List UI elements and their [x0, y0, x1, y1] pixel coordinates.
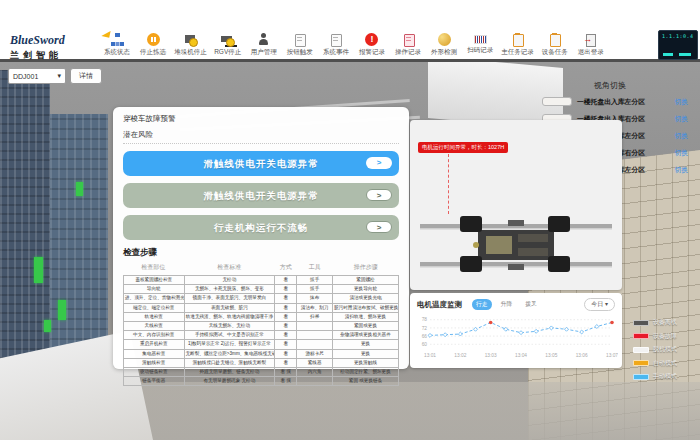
table-cell: 紧固螺栓: [333, 276, 399, 285]
app-root: BlueSword 兰剑智能 系统状态停止拣选堆垛机停止RGV停止用户管理按钮触…: [0, 0, 700, 440]
svg-text:66: 66: [422, 334, 428, 339]
nav-item-label: 退出登录: [578, 48, 604, 57]
risk-banner[interactable]: 滑触线供电开关电源异常>: [123, 151, 399, 176]
switch-view-link[interactable]: 切换: [674, 114, 688, 124]
table-row: 中文、内存识别检查手持模拟测试、中文是否识别正常看杂物清理或更换相关器件: [124, 331, 399, 340]
nav-item-label: 外形检测: [431, 48, 457, 57]
legend-swatch: [633, 333, 649, 339]
table-cell: 看: [275, 276, 297, 285]
barcode-icon: [474, 35, 487, 44]
nav-item-主任务记录[interactable]: 主任务记录: [501, 33, 534, 57]
check-table: 盖板紧固螺栓检查无松动看扳手紧固螺栓导向轮无损坏、卡死无脱落、损坏、变形看扳手更…: [123, 275, 399, 386]
table-cell: 轨道无残渣、损坏、轨道内残留物清理干净: [184, 312, 275, 321]
arrow-right-icon[interactable]: >: [366, 189, 392, 201]
switch-view-link[interactable]: 切换: [674, 97, 688, 107]
table-cell: 更换: [333, 340, 399, 349]
shuttle-model-card[interactable]: 电机运行时间异常，时长：1027H: [410, 120, 622, 290]
nav-item-label: RGV停止: [214, 48, 241, 57]
status-mini-display-bars: [663, 53, 693, 56]
nav-item-退出登录[interactable]: 退出登录: [576, 33, 606, 57]
legend-label: 脱机模式: [653, 345, 677, 354]
table-cell: 更换: [333, 349, 399, 358]
detail-button[interactable]: 详情: [70, 68, 102, 84]
temperature-chart: 7872666013:0113:0213:0313:0413:0513:0613…: [414, 313, 618, 359]
motor-temp-card: 电机温度监测 行走升降拨叉 今日 ▾ 7872666013:0113:0213:…: [410, 293, 622, 368]
chart-tabs: 行走升降拨叉: [472, 299, 541, 310]
legend-item: 自动模式: [633, 359, 693, 368]
range-select[interactable]: 今日 ▾: [584, 298, 615, 311]
table-row: 驱动链条检查外观无明显磨损、链条无松动看 摸内六角松动固定拧紧、损坏更换: [124, 367, 399, 376]
alert-pointer-line: [448, 154, 449, 214]
nav-item-外形检测[interactable]: 外形检测: [429, 33, 459, 57]
table-cell: 天线检查: [124, 321, 185, 330]
table-cell: 看: [275, 294, 297, 303]
table-cell: 脏污时用清洁布擦拭、破损更换: [333, 303, 399, 312]
table-cell: 清洁或更换光电: [333, 294, 399, 303]
arrow-right-icon[interactable]: >: [366, 221, 392, 233]
shuttle-3d-model: [420, 208, 612, 282]
table-cell: 外观无明显磨损、链条无松动: [184, 367, 275, 376]
nav-item-堆垛机停止[interactable]: 堆垛机停止: [174, 33, 207, 57]
table-cell: 看: [275, 303, 297, 312]
table-row: 进、顶升、定位、货物检测光电镜面干净、表面无脏污、无明显发白看抹布清洁或更换光电: [124, 294, 399, 303]
table-cell: 无松动: [184, 276, 275, 285]
svg-text:78: 78: [422, 317, 428, 322]
tab-行走[interactable]: 行走: [472, 299, 492, 310]
status-mini-display: 1.1.1:0.4: [658, 30, 698, 60]
nav-item-报警记录[interactable]: 报警记录: [357, 33, 387, 57]
network-icon: [111, 33, 124, 46]
view-switch-title: 视角切换: [594, 80, 688, 91]
view-switch-row: 一楼托盘出入库左分区切换: [542, 96, 688, 107]
legend-label: 设备离线: [653, 318, 677, 327]
table-row: 端定位、端定位检查表面无破损、脏污看清洁布、刮刀脏污时用清洁布擦拭、破损更换: [124, 303, 399, 312]
arrow-right-icon[interactable]: >: [366, 157, 392, 169]
nav-item-操作记录[interactable]: 操作记录: [393, 33, 423, 57]
legend-item: 脱机模式: [633, 345, 693, 354]
table-cell: 看: [275, 340, 297, 349]
data-point-alert: [610, 321, 614, 325]
nav-item-用户管理[interactable]: 用户管理: [249, 33, 279, 57]
device-status-legend: 设备离线设备故障脱机模式自动模式手动模式: [633, 318, 693, 386]
switch-view-link[interactable]: 切换: [674, 131, 688, 141]
tab-升降[interactable]: 升降: [497, 299, 517, 310]
svg-text:13:02: 13:02: [454, 353, 466, 358]
table-cell: 镜面干净、表面无脏污、无明显发白: [184, 294, 275, 303]
risk-banner-label: 滑触线供电开关电源异常: [123, 151, 399, 176]
risk-banner[interactable]: 滑触线供电开关电源异常>: [123, 183, 399, 208]
nav-item-扫码记录[interactable]: 扫码记录: [465, 33, 495, 55]
nav-item-RGV停止[interactable]: RGV停止: [213, 33, 243, 57]
legend-swatch: [633, 374, 649, 380]
top-toolbar: BlueSword 兰剑智能 系统状态停止拣选堆垛机停止RGV停止用户管理按钮触…: [0, 0, 700, 62]
table-row: 集电器检查无断裂、螺丝定位距>3mm、集电器线缆无破损看游标卡尺更换: [124, 349, 399, 358]
switch-view-link[interactable]: 切换: [674, 148, 688, 158]
shape-detect-icon: [438, 33, 451, 46]
device-select[interactable]: DDJ001 ▾: [8, 68, 66, 84]
table-cell: 游标卡尺: [297, 349, 333, 358]
table-cell: 清扫轨道、损坏更换: [333, 312, 399, 321]
active-cell-highlight: [44, 320, 51, 332]
alarm-icon: [365, 33, 378, 46]
table-cell: 看 摸: [275, 377, 297, 386]
table-row: 盖板紧固螺栓检查无松动看扳手紧固螺栓: [124, 276, 399, 285]
switch-view-link[interactable]: 切换: [674, 165, 688, 175]
brand-logo: BlueSword 兰剑智能: [10, 33, 102, 62]
nav-item-label: 操作记录: [395, 48, 421, 57]
nav-item-系统状态[interactable]: 系统状态: [102, 33, 132, 57]
doc-icon: [293, 33, 306, 46]
tab-拨叉[interactable]: 拨叉: [521, 299, 541, 310]
view-thumbnail[interactable]: [542, 97, 572, 106]
nav-item-系统事件[interactable]: 系统事件: [321, 33, 351, 57]
nav-item-按钮触发[interactable]: 按钮触发: [285, 33, 315, 57]
data-point: [519, 331, 523, 335]
nav-item-设备任务[interactable]: 设备任务: [540, 33, 570, 57]
steps-section-title: 检查步骤: [123, 247, 399, 259]
active-cell-highlight: [76, 182, 83, 196]
nav-item-停止拣选[interactable]: 停止拣选: [138, 33, 168, 57]
table-cell: 看: [275, 358, 297, 367]
table-cell: 1)数码显示正常 2)运行、报警灯显示正常: [184, 340, 275, 349]
legend-label: 自动模式: [653, 359, 677, 368]
table-cell: 看: [275, 331, 297, 340]
view-switch-label: 一楼托盘出入库左分区: [577, 97, 674, 107]
risk-banner-list: 滑触线供电开关电源异常>滑触线供电开关电源异常>行走机构运行不流畅>: [123, 151, 399, 240]
risk-banner[interactable]: 行走机构运行不流畅>: [123, 215, 399, 240]
